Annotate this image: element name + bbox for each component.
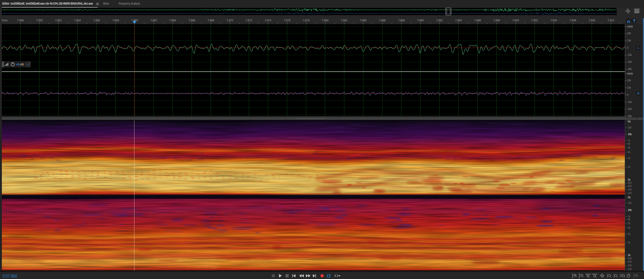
- svg-text:+0: +0: [16, 63, 20, 66]
- svg-text:dB: dB: [20, 63, 24, 66]
